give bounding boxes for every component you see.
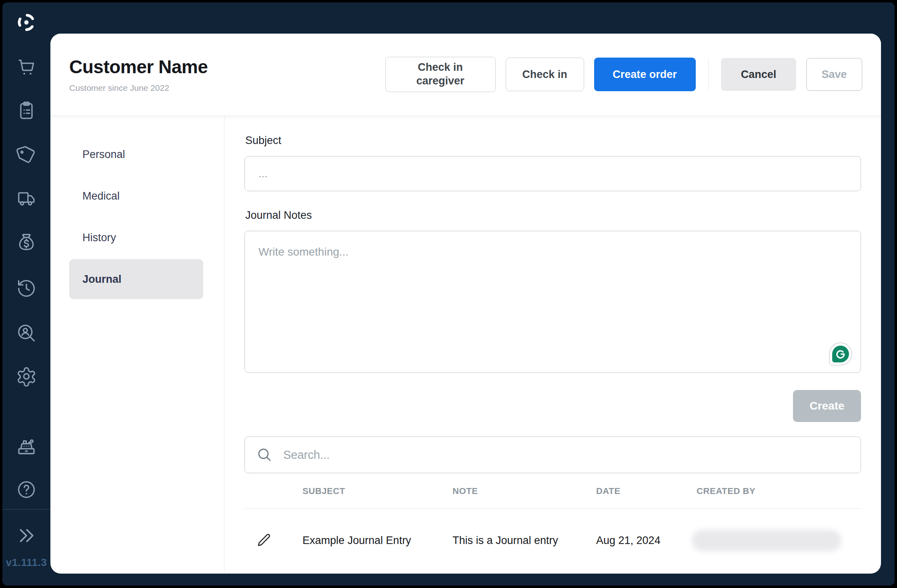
money-bag-icon[interactable]	[15, 231, 38, 254]
table-header-row: SUBJECT NOTE DATE CREATED BY	[244, 486, 861, 509]
subject-input[interactable]	[244, 156, 861, 191]
cell-subject: Example Journal Entry	[302, 534, 453, 547]
tag-icon[interactable]	[15, 143, 38, 166]
customer-since-subtitle: Customer since June 2022	[69, 83, 208, 93]
search-input[interactable]	[244, 436, 861, 473]
column-header-date: DATE	[596, 486, 697, 496]
column-header-subject: SUBJECT	[302, 486, 453, 496]
header-button-divider	[708, 58, 709, 91]
sidebar-divider	[2, 509, 50, 510]
create-row: Create	[244, 390, 861, 422]
nav-item-history[interactable]: History	[50, 217, 224, 258]
cancel-button[interactable]: Cancel	[721, 58, 796, 91]
table-row: Example Journal Entry This is a Journal …	[244, 509, 861, 551]
cell-note: This is a Journal entry	[453, 534, 596, 547]
nav-item-medical[interactable]: Medical	[50, 175, 224, 217]
nav-item-journal[interactable]: Journal	[69, 259, 203, 299]
orders-clipboard-icon[interactable]	[15, 99, 38, 122]
journal-notes-label: Journal Notes	[245, 209, 861, 222]
nav-item-personal[interactable]: Personal	[50, 134, 224, 175]
page-title: Customer Name	[69, 56, 208, 78]
cash-register-icon[interactable]	[15, 435, 38, 458]
journal-notes-textarea[interactable]	[244, 231, 861, 373]
app-version: v1.111.3	[2, 556, 50, 569]
column-header-created-by: CREATED BY	[697, 486, 861, 496]
settings-gear-icon[interactable]	[15, 365, 38, 388]
check-in-button[interactable]: Check in	[506, 58, 584, 91]
header-actions: Check in caregiver Check in Create order…	[385, 57, 863, 92]
edit-entry-pencil-icon[interactable]	[255, 531, 273, 550]
create-order-button[interactable]: Create order	[594, 58, 696, 91]
journal-notes-wrap	[244, 231, 861, 374]
app-sidebar: v1.111.3	[2, 2, 50, 586]
create-journal-button[interactable]: Create	[793, 390, 861, 422]
journal-panel: Subject Journal Notes	[224, 116, 881, 574]
grammarly-icon[interactable]	[829, 342, 852, 366]
save-button[interactable]: Save	[806, 58, 862, 91]
delivery-truck-icon[interactable]	[15, 187, 38, 210]
expand-sidebar-chevrons-icon[interactable]	[15, 524, 38, 547]
subject-label: Subject	[245, 134, 861, 147]
customer-section-nav: Personal Medical History Journal	[50, 116, 224, 574]
check-in-caregiver-button[interactable]: Check in caregiver	[385, 57, 496, 92]
column-header-note: NOTE	[453, 486, 596, 496]
history-icon[interactable]	[15, 277, 38, 300]
journal-entries-table: SUBJECT NOTE DATE CREATED BY	[244, 486, 861, 551]
cell-date: Aug 21, 2024	[596, 534, 697, 547]
cell-created-by-redacted	[697, 530, 861, 551]
app-window: v1.111.3 Customer Name Customer since Ju…	[2, 2, 895, 586]
cart-icon[interactable]	[15, 56, 38, 78]
title-group: Customer Name Customer since June 2022	[69, 56, 208, 93]
redacted-created-by-blur	[692, 530, 841, 551]
customer-detail-card: Customer Name Customer since June 2022 C…	[50, 34, 881, 574]
customer-header: Customer Name Customer since June 2022 C…	[50, 34, 881, 116]
help-icon[interactable]	[15, 478, 38, 501]
journal-search	[244, 436, 861, 473]
search-icon	[256, 447, 272, 463]
customer-search-icon[interactable]	[15, 322, 38, 344]
brand-logo-icon[interactable]	[14, 10, 38, 34]
